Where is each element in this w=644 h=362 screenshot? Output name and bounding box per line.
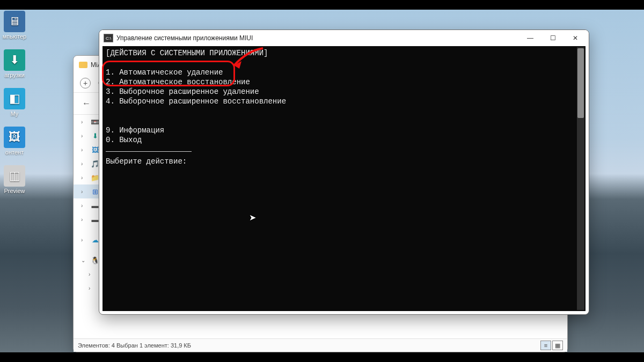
- desktop-icon[interactable]: ◫Preview: [0, 165, 31, 194]
- view-toggle[interactable]: ≡ ▦: [540, 341, 563, 350]
- maximize-button[interactable]: ☐: [541, 31, 564, 46]
- item-icon: 🐧: [91, 256, 99, 264]
- console-output: [ДЕЙСТВИЯ С СИСТЕМНЫМИ ПРИЛОЖЕНИЯМИ] 1. …: [103, 46, 586, 168]
- console-title: Управление системными приложениями MIUI: [116, 34, 253, 42]
- icon-label: My: [0, 110, 31, 117]
- chevron-icon: ›: [81, 203, 86, 209]
- icon-label: мпьютер: [0, 33, 31, 40]
- item-icon: ▬: [91, 201, 99, 210]
- back-button[interactable]: ←: [80, 97, 93, 110]
- item-icon: ☁: [91, 235, 99, 244]
- folder-icon: [79, 62, 87, 68]
- chevron-icon: ›: [89, 271, 94, 277]
- icon-label: агрузки: [0, 72, 31, 78]
- item-icon: 🎵: [91, 159, 99, 168]
- item-icon: ⊞: [91, 187, 99, 196]
- details-view-icon[interactable]: ≡: [540, 341, 551, 350]
- scrollbar-thumb[interactable]: [577, 48, 584, 118]
- chevron-icon: ›: [81, 189, 86, 195]
- letterbox: [0, 0, 644, 10]
- status-text: Элементов: 4 Выбран 1 элемент: 31,9 КБ: [78, 342, 191, 349]
- item-icon: ▬: [91, 215, 99, 224]
- chevron-icon: ›: [81, 237, 86, 243]
- grid-view-icon[interactable]: ▦: [552, 341, 563, 350]
- chevron-icon: ⌄: [81, 257, 86, 263]
- app-icon: ◧: [4, 88, 25, 109]
- chevron-icon: ›: [81, 147, 86, 153]
- app-icon: 🖥: [4, 11, 25, 32]
- item-icon: ⬇: [91, 131, 99, 140]
- console-window[interactable]: C:\ Управление системными приложениями M…: [99, 29, 589, 315]
- close-button[interactable]: ✕: [564, 31, 587, 46]
- chevron-icon: ›: [81, 161, 86, 167]
- chevron-icon: ›: [89, 285, 94, 291]
- desktop-icon[interactable]: ◧My: [0, 88, 31, 117]
- desktop-icon[interactable]: ⬇агрузки: [0, 49, 31, 78]
- icon-label: Preview: [0, 188, 31, 194]
- console-titlebar[interactable]: C:\ Управление системными приложениями M…: [99, 30, 589, 46]
- desktop-icon[interactable]: 🖼онтент: [0, 127, 31, 156]
- icon-label: онтент: [0, 149, 31, 156]
- item-icon: 🖼: [91, 145, 99, 154]
- mouse-cursor-icon: ➤: [249, 212, 256, 223]
- item-icon: 📼: [91, 117, 99, 126]
- app-icon: 🖼: [4, 127, 25, 148]
- cmd-icon: C:\: [104, 34, 113, 42]
- chevron-icon: ›: [81, 119, 86, 125]
- console-body[interactable]: [ДЕЙСТВИЯ С СИСТЕМНЫМИ ПРИЛОЖЕНИЯМИ] 1. …: [103, 46, 586, 311]
- letterbox: [0, 352, 644, 362]
- chevron-icon: ›: [81, 175, 86, 181]
- app-icon: ◫: [4, 165, 25, 187]
- scrollbar[interactable]: [577, 47, 584, 310]
- chevron-icon: ›: [81, 133, 86, 139]
- explorer-statusbar: Элементов: 4 Выбран 1 элемент: 31,9 КБ ≡…: [74, 338, 567, 352]
- new-button[interactable]: +: [80, 78, 91, 88]
- chevron-icon: ›: [81, 217, 86, 223]
- desktop-icon[interactable]: 🖥мпьютер: [0, 11, 31, 40]
- app-icon: ⬇: [4, 49, 25, 71]
- item-icon: 📁: [91, 173, 99, 182]
- minimize-button[interactable]: —: [519, 31, 541, 46]
